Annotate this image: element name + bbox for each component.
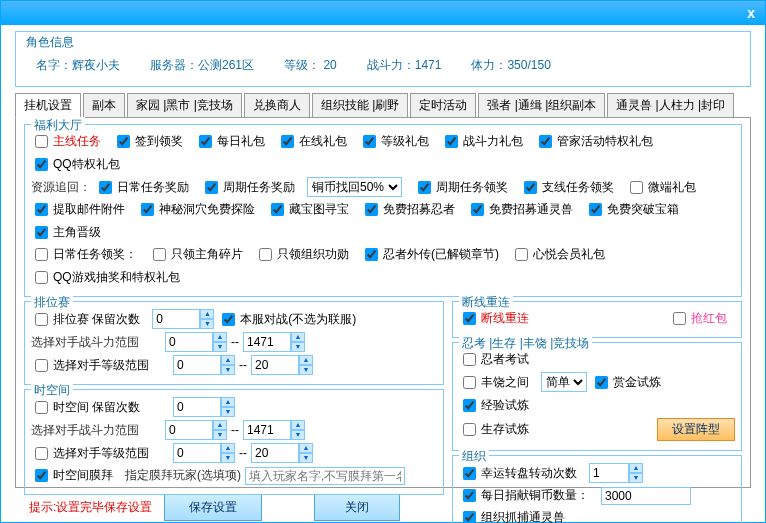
chk-rank-level-range[interactable]: 选择对手等级范围	[31, 356, 161, 375]
space-power-range-label: 选择对手战斗力范围	[31, 422, 161, 439]
space-level-max-input[interactable]	[251, 443, 299, 463]
chk-catch-beast[interactable]: 组织抓捕通灵兽	[459, 508, 565, 523]
donate-amount-input[interactable]	[601, 487, 691, 505]
save-button[interactable]: 保存设置	[164, 494, 262, 521]
chk-fengrao[interactable]: 丰饶之间	[459, 373, 529, 392]
difficulty-select[interactable]: 简单	[541, 372, 587, 392]
welfare-fieldset: 福利大厅 主线任务 签到领奖 每日礼包 在线礼包 等级礼包 战斗力礼包 管家活动…	[24, 124, 742, 297]
chk-donate[interactable]: 每日捐献铜币数量：	[459, 486, 589, 505]
chk-only-fragment[interactable]: 只领主角碎片	[149, 245, 243, 264]
chk-free-ninja[interactable]: 免费招募忍者	[361, 200, 455, 219]
rank-power-min-input[interactable]	[165, 332, 213, 352]
rank-level-min-input[interactable]	[173, 355, 221, 375]
spin-up-icon[interactable]: ▲	[200, 309, 214, 319]
chk-mail-attach[interactable]: 提取邮件附件	[31, 200, 125, 219]
rank-level-max-input[interactable]	[251, 355, 299, 375]
titlebar: x	[1, 1, 765, 25]
space-fieldset: 时空间 时空间 保留次数 ▲▼ 选择对手战斗力范围 ▲▼ -- ▲▼	[24, 389, 444, 495]
chk-signin[interactable]: 签到领奖	[113, 132, 183, 151]
tab-strong-wanted[interactable]: 强者 |通缉 |组织副本	[478, 93, 605, 117]
chk-redpacket[interactable]: 抢红包	[669, 309, 727, 328]
rank-fieldset: 排位赛 排位赛 保留次数 ▲▼ 本服对战(不选为联服) 选择对手战斗力范围 ▲▼…	[24, 301, 444, 385]
chk-qq-priv-gift[interactable]: QQ特权礼包	[31, 155, 120, 174]
chk-period-task-reward[interactable]: 周期任务奖励	[201, 178, 295, 197]
rank-keep-input[interactable]	[152, 309, 200, 329]
chk-micro-gift[interactable]: 微端礼包	[626, 178, 696, 197]
space-keep-input[interactable]	[173, 397, 221, 417]
chk-exp-trial[interactable]: 经验试炼	[459, 396, 529, 415]
chk-local-battle[interactable]: 本服对战(不选为联服)	[218, 310, 356, 329]
org-fieldset: 组织 幸运转盘转动次数 ▲▼ 每日捐献铜币数量： 组织抓捕通灵兽	[452, 455, 742, 523]
lucky-count-input[interactable]	[589, 463, 629, 483]
chk-treasure-map[interactable]: 藏宝图寻宝	[267, 200, 349, 219]
chk-branch-collect[interactable]: 支线任务领奖	[520, 178, 614, 197]
space-legend: 时空间	[31, 382, 73, 399]
chk-online-gift[interactable]: 在线礼包	[277, 132, 347, 151]
hint-text: 提示:设置完毕保存设置	[29, 499, 152, 516]
chk-rank-keep[interactable]: 排位赛 保留次数	[31, 310, 140, 329]
tab-dungeon[interactable]: 副本	[83, 93, 125, 117]
chk-ninja-gaiden[interactable]: 忍者外传(已解锁章节)	[361, 245, 499, 264]
tab-org-skill[interactable]: 组织技能 |刷野	[312, 93, 408, 117]
charinfo-row: 名字：辉夜小夫 服务器：公测261区 等级： 20 战斗力：1471 体力：35…	[26, 53, 740, 78]
chk-survive-trial[interactable]: 生存试炼	[459, 420, 529, 439]
chk-free-break[interactable]: 免费突破宝箱	[585, 200, 679, 219]
chk-qq-game-lottery[interactable]: QQ游戏抽奖和特权礼包	[31, 268, 180, 287]
chk-space-level-range[interactable]: 选择对手等级范围	[31, 444, 161, 463]
chk-period-collect[interactable]: 周期任务领奖	[414, 178, 508, 197]
charinfo-title: 角色信息	[26, 34, 740, 51]
chk-daily-gift[interactable]: 每日礼包	[195, 132, 265, 151]
survive-legend: 忍考 |生存 |丰饶 |竞技场	[459, 335, 592, 352]
chk-reconnect[interactable]: 断线重连	[459, 309, 529, 328]
tab-timed-event[interactable]: 定时活动	[410, 93, 476, 117]
tab-hangup-settings[interactable]: 挂机设置	[15, 93, 81, 118]
org-legend: 组织	[459, 448, 489, 465]
chk-butler-gift[interactable]: 管家活动特权礼包	[535, 132, 653, 151]
chk-daily-collect[interactable]: 日常任务领奖：	[31, 245, 137, 264]
worship-player-input[interactable]	[245, 467, 405, 485]
rank-power-max-input[interactable]	[243, 332, 291, 352]
tab-home-market-arena[interactable]: 家园 |黑市 |竞技场	[127, 93, 242, 117]
close-button[interactable]: 关闭	[314, 494, 400, 521]
space-power-max-input[interactable]	[243, 420, 291, 440]
chk-xinyue[interactable]: 心悦会员礼包	[511, 245, 605, 264]
spin-down-icon[interactable]: ▼	[200, 319, 214, 329]
rank-power-range-label: 选择对手战斗力范围	[31, 334, 161, 351]
chk-main-quest[interactable]: 主线任务	[31, 132, 101, 151]
chk-space-keep[interactable]: 时空间 保留次数	[31, 398, 161, 417]
resource-recover-label: 资源追回：	[31, 179, 91, 196]
space-level-min-input[interactable]	[173, 443, 221, 463]
survive-fieldset: 忍考 |生存 |丰饶 |竞技场 忍者考试 丰饶之间 简单 赏金试炼 经验试炼 生…	[452, 342, 742, 451]
space-power-min-input[interactable]	[165, 420, 213, 440]
main-window: x 角色信息 名字：辉夜小夫 服务器：公测261区 等级： 20 战斗力：147…	[0, 0, 766, 523]
reconnect-legend: 断线重连	[459, 294, 513, 311]
chk-cave-explore[interactable]: 神秘洞穴免费探险	[137, 200, 255, 219]
main-panel: 福利大厅 主线任务 签到领奖 每日礼包 在线礼包 等级礼包 战斗力礼包 管家活动…	[15, 118, 751, 488]
chk-ninja-exam[interactable]: 忍者考试	[459, 350, 529, 369]
formation-button[interactable]: 设置阵型	[657, 418, 735, 441]
close-icon[interactable]: x	[747, 5, 755, 21]
chk-promote[interactable]: 主角晋级	[31, 223, 101, 242]
chk-lucky-wheel[interactable]: 幸运转盘转动次数	[459, 464, 577, 483]
copper-recover-select[interactable]: 铜币找回50%	[307, 177, 402, 197]
tab-exchange[interactable]: 兑换商人	[244, 93, 310, 117]
reconnect-fieldset: 断线重连 断线重连 抢红包	[452, 301, 742, 338]
chk-space-worship[interactable]: 时空间膜拜	[31, 466, 113, 485]
content-area: 角色信息 名字：辉夜小夫 服务器：公测261区 等级： 20 战斗力：1471 …	[1, 25, 765, 523]
chk-daily-task-reward[interactable]: 日常任务奖励	[95, 178, 189, 197]
welfare-legend: 福利大厅	[31, 117, 85, 134]
rank-legend: 排位赛	[31, 294, 73, 311]
character-info-box: 角色信息 名字：辉夜小夫 服务器：公测261区 等级： 20 战斗力：1471 …	[15, 31, 751, 87]
chk-level-gift[interactable]: 等级礼包	[359, 132, 429, 151]
tab-bar: 挂机设置 副本 家园 |黑市 |竞技场 兑换商人 组织技能 |刷野 定时活动 强…	[15, 93, 751, 118]
tab-spirit-beast[interactable]: 通灵兽 |人柱力 |封印	[607, 93, 734, 117]
chk-free-beast[interactable]: 免费招募通灵兽	[467, 200, 573, 219]
chk-bounty-trial[interactable]: 赏金试炼	[591, 373, 661, 392]
worship-target-label: 指定膜拜玩家(选填项)	[125, 467, 241, 484]
chk-power-gift[interactable]: 战斗力礼包	[441, 132, 523, 151]
chk-only-merit[interactable]: 只领组织功勋	[255, 245, 349, 264]
